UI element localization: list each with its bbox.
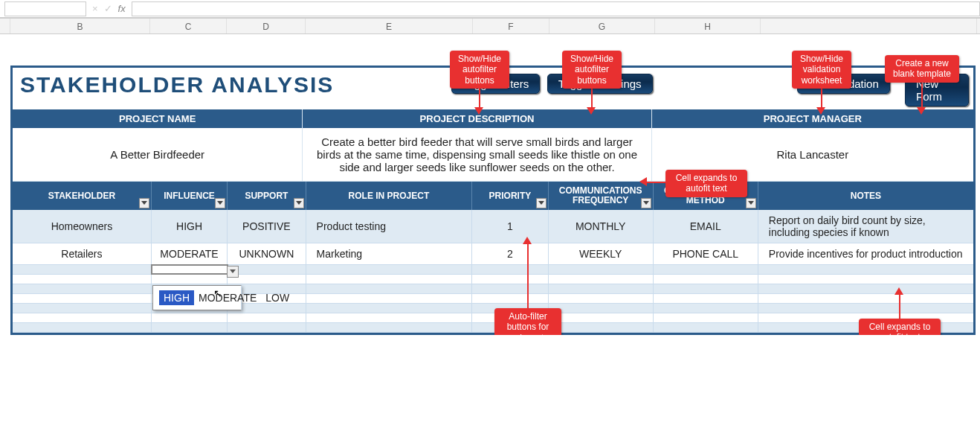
cursor-icon: ↖ [213, 287, 222, 299]
table-row: Retailers MODERATE UNKNOWN Marketing 2 W… [13, 243, 973, 265]
col-header-H[interactable]: H [655, 19, 761, 33]
cell-notes[interactable]: Provide incentives for product introduct… [758, 243, 973, 264]
cell-freq[interactable]: MONTHLY [549, 210, 654, 243]
cell-priority[interactable]: 2 [472, 243, 548, 264]
dropdown-option[interactable]: MODERATE [194, 290, 261, 305]
cell-priority[interactable] [472, 265, 548, 274]
filter-icon[interactable] [215, 198, 225, 208]
cell-role[interactable]: Product testing [306, 210, 473, 243]
fx-icon[interactable]: fx [118, 3, 126, 14]
template-border: STAKEHOLDER ANALYSIS Toggle Filters Togg… [10, 66, 976, 335]
cell-role[interactable]: Marketing [306, 243, 473, 264]
filter-icon[interactable] [139, 198, 149, 208]
callout-cell-expands-desc: Cell expands to autofit text [665, 170, 747, 197]
table-row: Homeowners HIGH POSITIVE Product testing… [13, 210, 973, 243]
table-row: HIGH MODERATE LOW ↖ [13, 265, 973, 275]
dropdown-icon[interactable] [227, 266, 239, 278]
cell-support[interactable]: POSITIVE [228, 210, 306, 243]
cell-stakeholder[interactable] [13, 265, 152, 274]
filter-icon[interactable] [746, 198, 756, 208]
cell-notes[interactable] [758, 265, 973, 274]
cell-support[interactable] [228, 265, 306, 274]
formula-bar: × ✓ fx [0, 0, 980, 18]
band-project-name: PROJECT NAME [13, 109, 303, 128]
col-role: ROLE IN PROJECT [306, 182, 473, 210]
col-support: SUPPORT [228, 182, 306, 210]
page-title: STAKEHOLDER ANALYSIS [20, 72, 334, 98]
cell-influence-active[interactable] [152, 265, 228, 274]
callout-new-form: Create a new blank template [885, 55, 959, 83]
name-box[interactable] [4, 1, 86, 16]
cancel-icon[interactable]: × [92, 3, 98, 14]
callout-autofilter-columns: Auto-filter buttons for relevant columns [494, 308, 561, 335]
col-priority: PRIORITY [472, 182, 548, 210]
callout-toggle-headings: Show/Hide autofilter buttons [562, 51, 622, 89]
table-row [13, 323, 973, 333]
col-header-E[interactable]: E [306, 19, 473, 33]
col-notes: NOTES [758, 182, 973, 210]
cell-role[interactable] [306, 265, 473, 274]
cell-influence[interactable]: HIGH [152, 210, 228, 243]
filter-icon[interactable] [536, 198, 547, 208]
cell-freq[interactable]: WEEKLY [549, 243, 654, 264]
col-header-I[interactable] [761, 19, 977, 33]
cell-stakeholder[interactable]: Homeowners [13, 210, 152, 243]
cell-priority[interactable]: 1 [472, 210, 548, 243]
cell-influence[interactable]: MODERATE [152, 243, 228, 264]
col-header-F[interactable]: F [473, 19, 549, 33]
cell-notes[interactable]: Report on daily bird count by size, incl… [758, 210, 973, 243]
project-name-cell[interactable]: A Better Birdfeeder [13, 128, 303, 182]
cell-method[interactable]: EMAIL [654, 210, 758, 243]
accept-icon[interactable]: ✓ [104, 3, 112, 14]
callout-toggle-filters: Show/Hide autofilter buttons [450, 51, 509, 89]
cell-method[interactable] [654, 265, 758, 274]
callout-edit-validation: Show/Hide validation worksheet [792, 51, 851, 89]
band-project-headers: PROJECT NAME PROJECT DESCRIPTION PROJECT… [13, 109, 973, 128]
callout-cell-expands-notes: Cell expands to autofit text [859, 319, 941, 335]
grid-header-row: STAKEHOLDER INFLUENCE SUPPORT ROLE IN PR… [13, 182, 973, 210]
col-header-G[interactable]: G [549, 19, 655, 33]
column-headers: B C D E F G H [0, 18, 980, 34]
table-row [13, 275, 973, 284]
col-header-C[interactable]: C [150, 19, 227, 33]
col-influence: INFLUENCE [152, 182, 228, 210]
dropdown-option[interactable]: LOW [261, 290, 294, 305]
filter-icon[interactable] [641, 198, 651, 208]
dropdown-option[interactable]: HIGH [159, 290, 194, 305]
col-comm-freq: COMMUNICATIONS FREQUENCY [549, 182, 654, 210]
project-desc-cell[interactable]: Create a better bird feeder that will se… [303, 128, 651, 182]
table-row [13, 313, 973, 323]
col-stakeholder: STAKEHOLDER [13, 182, 152, 210]
project-info-row: A Better Birdfeeder Create a better bird… [13, 128, 973, 182]
filter-icon[interactable] [294, 198, 304, 208]
cell-stakeholder[interactable]: Retailers [13, 243, 152, 264]
formula-input[interactable] [132, 1, 980, 16]
cell-freq[interactable] [549, 265, 654, 274]
col-header-B[interactable]: B [10, 19, 150, 33]
influence-dropdown[interactable]: HIGH MODERATE LOW [152, 285, 242, 310]
cell-support[interactable]: UNKNOWN [228, 243, 306, 264]
cell-method[interactable]: PHONE CALL [654, 243, 758, 264]
col-header-D[interactable]: D [227, 19, 306, 33]
